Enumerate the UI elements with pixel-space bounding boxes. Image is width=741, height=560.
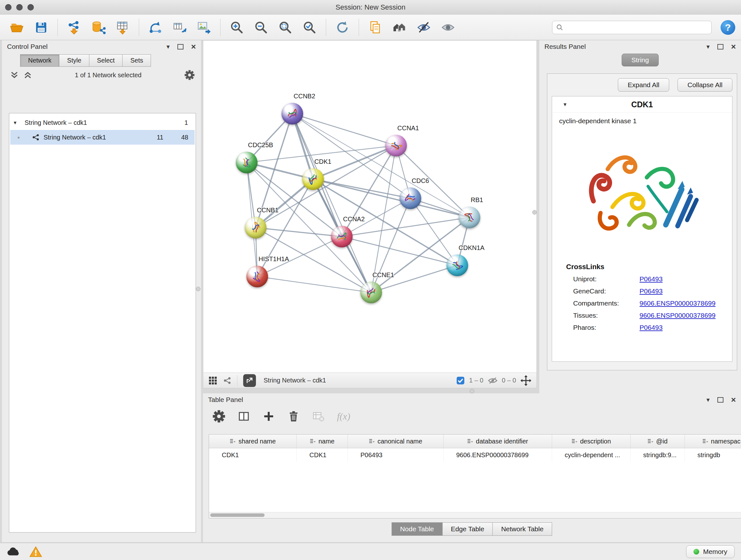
pan-move-icon[interactable]: [521, 375, 531, 386]
network-collection-row[interactable]: ▾ String Network – cdk1 1: [9, 115, 196, 130]
expand-all-button[interactable]: Expand All: [618, 78, 669, 91]
close-panel-icon[interactable]: ×: [731, 43, 736, 51]
apply-layout-button[interactable]: [331, 17, 354, 38]
zoom-fit-button[interactable]: [274, 17, 296, 38]
tab-node-table[interactable]: Node Table: [392, 522, 443, 536]
open-in-new-window-button[interactable]: [243, 374, 256, 387]
close-panel-icon[interactable]: ×: [191, 43, 196, 51]
horizontal-scrollbar[interactable]: [209, 512, 741, 518]
crosslink-link[interactable]: 9606.ENSP00000378699: [639, 300, 716, 307]
table-settings-gear-icon[interactable]: [212, 410, 225, 423]
string-tab-button[interactable]: String: [622, 54, 659, 66]
crosslink-link[interactable]: P06493: [639, 275, 663, 283]
save-session-button[interactable]: [30, 17, 52, 38]
column-header[interactable]: namespac: [684, 435, 741, 448]
cloud-icon[interactable]: [6, 547, 20, 557]
network-node-CDC6[interactable]: [400, 187, 421, 209]
crosslink-link[interactable]: P06493: [639, 324, 663, 331]
network-node-CCNB1[interactable]: [245, 217, 266, 239]
network-node-layer: CCNB2CCNA1CDC25BCDK1CDC6RB1CCNB1CCNA2CDK…: [203, 41, 536, 373]
zoom-window-button[interactable]: [27, 4, 34, 10]
network-node-RB1[interactable]: [459, 206, 480, 228]
float-panel-icon[interactable]: [718, 397, 724, 402]
cell-name[interactable]: CDK1: [296, 448, 347, 462]
tab-select[interactable]: Select: [89, 54, 123, 67]
network-node-CCNE1[interactable]: [360, 282, 382, 303]
tab-network[interactable]: Network: [20, 54, 59, 67]
search-input[interactable]: [566, 23, 708, 31]
cell-canonical-name[interactable]: P06493: [347, 448, 443, 462]
import-table-button[interactable]: [111, 17, 134, 38]
tab-network-table[interactable]: Network Table: [492, 522, 552, 536]
memory-button[interactable]: Memory: [686, 545, 735, 558]
grid-view-icon[interactable]: [208, 376, 217, 385]
crosslink-link[interactable]: P06493: [639, 287, 663, 295]
float-panel-icon[interactable]: [718, 44, 724, 50]
open-session-button[interactable]: [6, 17, 28, 38]
import-network-database-button[interactable]: [87, 17, 110, 38]
tab-edge-table[interactable]: Edge Table: [442, 522, 493, 536]
cell-shared-name[interactable]: CDK1: [209, 448, 296, 462]
scrollbar-thumb[interactable]: [210, 513, 265, 517]
birdseye-view-button[interactable]: [388, 17, 411, 38]
minimize-window-button[interactable]: [16, 4, 23, 10]
network-node-CCNB2[interactable]: [281, 103, 303, 125]
network-node-CCNA1[interactable]: [385, 135, 407, 157]
tree-expand-icon[interactable]: ▾: [14, 119, 21, 126]
show-columns-icon[interactable]: [238, 410, 250, 423]
gear-icon[interactable]: [185, 70, 195, 80]
network-node-CDKN1A[interactable]: [447, 254, 468, 276]
share-view-icon[interactable]: [223, 376, 231, 385]
collapse-all-button[interactable]: Collapse All: [677, 78, 732, 91]
column-header[interactable]: @id: [630, 435, 684, 448]
zoom-selected-button[interactable]: [298, 17, 321, 38]
crosslink-link[interactable]: 9606.ENSP00000378699: [639, 312, 716, 319]
cell-database-identifier[interactable]: 9606.ENSP00000378699: [443, 448, 552, 462]
column-header[interactable]: database identifier: [443, 435, 552, 448]
expand-all-icon[interactable]: [23, 71, 32, 79]
panel-menu-icon[interactable]: ▾: [166, 44, 170, 50]
hidden-eye-icon[interactable]: [488, 377, 497, 384]
network-node-CDK1[interactable]: [302, 168, 324, 190]
splitter-handle[interactable]: [532, 210, 537, 214]
splitter-handle[interactable]: [470, 389, 474, 393]
import-network-file-button[interactable]: [63, 17, 85, 38]
splitter-handle[interactable]: [196, 287, 200, 291]
collapse-protein-icon[interactable]: ▾: [563, 101, 566, 108]
close-window-button[interactable]: [5, 4, 11, 10]
cell-description[interactable]: cyclin-dependent ...: [552, 448, 630, 462]
network-node-CDC25B[interactable]: [236, 152, 258, 173]
float-panel-icon[interactable]: [178, 44, 184, 50]
column-header[interactable]: canonical name: [347, 435, 443, 448]
show-all-button[interactable]: [437, 17, 459, 38]
network-node-CCNA2[interactable]: [331, 226, 353, 247]
panel-menu-icon[interactable]: ▾: [706, 396, 710, 403]
cell-namespace[interactable]: stringdb: [684, 448, 741, 462]
add-column-icon[interactable]: [262, 410, 275, 423]
zoom-out-button[interactable]: [250, 17, 272, 38]
hide-selected-button[interactable]: [413, 17, 435, 38]
cell-id[interactable]: stringdb:9...: [630, 448, 684, 462]
panel-menu-icon[interactable]: ▾: [706, 44, 710, 50]
network-canvas[interactable]: CCNB2CCNA1CDC25BCDK1CDC6RB1CCNB1CCNA2CDK…: [203, 40, 537, 373]
search-box[interactable]: [552, 21, 712, 34]
selected-checkbox-icon[interactable]: [456, 376, 465, 385]
collapse-all-icon[interactable]: [10, 71, 18, 79]
tab-sets[interactable]: Sets: [122, 54, 151, 67]
zoom-in-button[interactable]: [226, 17, 248, 38]
column-header[interactable]: description: [552, 435, 630, 448]
clone-network-button[interactable]: [144, 17, 166, 38]
help-button[interactable]: ?: [721, 20, 735, 35]
close-panel-icon[interactable]: ×: [731, 395, 736, 404]
warning-icon[interactable]: [29, 546, 42, 558]
column-header[interactable]: shared name: [209, 435, 296, 448]
table-row[interactable]: CDK1 CDK1 P06493 9606.ENSP00000378699 cy…: [209, 448, 741, 462]
copy-style-button[interactable]: [364, 17, 387, 38]
export-image-button[interactable]: [193, 17, 215, 38]
new-network-from-table-button[interactable]: [169, 17, 191, 38]
delete-column-trash-icon[interactable]: [287, 410, 300, 423]
column-header[interactable]: name: [296, 435, 347, 448]
network-row-selected[interactable]: ● String Network – cdk1 11 48: [10, 130, 195, 145]
network-node-HIST1H1A[interactable]: [246, 266, 268, 287]
tab-style[interactable]: Style: [59, 54, 89, 67]
